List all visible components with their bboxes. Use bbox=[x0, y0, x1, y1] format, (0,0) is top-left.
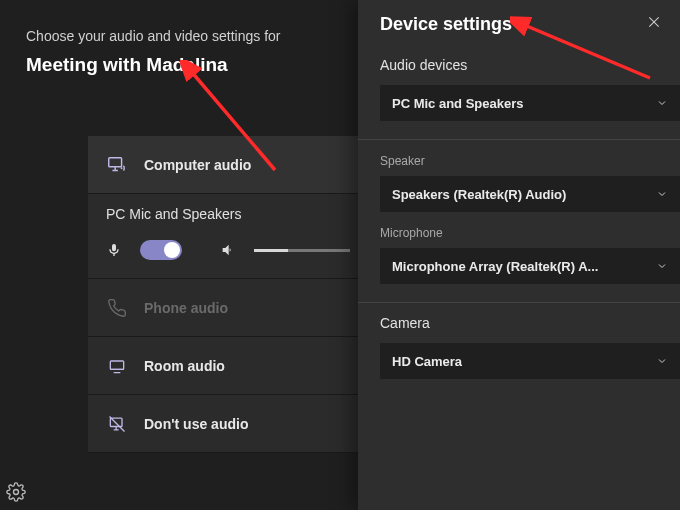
speaker-dropdown[interactable]: Speakers (Realtek(R) Audio) bbox=[380, 176, 680, 212]
audio-device-dropdown[interactable]: PC Mic and Speakers bbox=[380, 85, 680, 121]
computer-audio-icon bbox=[106, 154, 128, 176]
dropdown-value: Speakers (Realtek(R) Audio) bbox=[392, 187, 566, 202]
option-label: Don't use audio bbox=[144, 416, 248, 432]
option-dont-use-audio[interactable]: Don't use audio bbox=[88, 395, 368, 453]
dropdown-value: Microphone Array (Realtek(R) A... bbox=[392, 259, 598, 274]
volume-fill bbox=[254, 249, 288, 252]
phone-icon bbox=[106, 297, 128, 319]
divider bbox=[358, 302, 680, 303]
camera-label: Camera bbox=[380, 315, 680, 331]
meeting-title: Meeting with Madalina bbox=[26, 54, 358, 76]
computer-audio-subpanel: PC Mic and Speakers bbox=[88, 194, 368, 279]
room-icon bbox=[106, 355, 128, 377]
no-audio-icon bbox=[106, 413, 128, 435]
chevron-down-icon bbox=[656, 355, 668, 367]
speaker-label: Speaker bbox=[380, 154, 680, 168]
svg-point-1 bbox=[121, 167, 123, 169]
svg-rect-2 bbox=[110, 361, 123, 369]
chevron-down-icon bbox=[656, 97, 668, 109]
dropdown-value: HD Camera bbox=[392, 354, 462, 369]
microphone-label: Microphone bbox=[380, 226, 680, 240]
option-label: Phone audio bbox=[144, 300, 228, 316]
audio-devices-label: Audio devices bbox=[380, 57, 680, 73]
divider bbox=[358, 139, 680, 140]
controls-row bbox=[106, 240, 350, 260]
option-phone-audio[interactable]: Phone audio bbox=[88, 279, 368, 337]
option-label: Room audio bbox=[144, 358, 225, 374]
settings-gear-icon[interactable] bbox=[6, 482, 26, 502]
mic-toggle[interactable] bbox=[140, 240, 182, 260]
panel-title: Device settings bbox=[380, 14, 680, 35]
toggle-knob bbox=[164, 242, 180, 258]
option-computer-audio[interactable]: Computer audio bbox=[88, 136, 368, 194]
device-summary: PC Mic and Speakers bbox=[106, 206, 350, 222]
close-button[interactable] bbox=[646, 14, 666, 34]
device-settings-panel: Device settings Audio devices PC Mic and… bbox=[358, 0, 680, 510]
microphone-dropdown[interactable]: Microphone Array (Realtek(R) A... bbox=[380, 248, 680, 284]
option-label: Computer audio bbox=[144, 157, 251, 173]
speaker-icon bbox=[220, 242, 236, 258]
camera-dropdown[interactable]: HD Camera bbox=[380, 343, 680, 379]
microphone-icon bbox=[106, 242, 122, 258]
pre-join-area: Choose your audio and video settings for… bbox=[0, 0, 358, 510]
svg-rect-0 bbox=[109, 157, 122, 166]
audio-options-list: Computer audio PC Mic and Speakers bbox=[88, 136, 368, 453]
prompt-text: Choose your audio and video settings for bbox=[26, 28, 358, 44]
volume-slider[interactable] bbox=[254, 249, 350, 252]
chevron-down-icon bbox=[656, 260, 668, 272]
chevron-down-icon bbox=[656, 188, 668, 200]
dropdown-value: PC Mic and Speakers bbox=[392, 96, 524, 111]
svg-point-5 bbox=[14, 490, 19, 495]
option-room-audio[interactable]: Room audio bbox=[88, 337, 368, 395]
